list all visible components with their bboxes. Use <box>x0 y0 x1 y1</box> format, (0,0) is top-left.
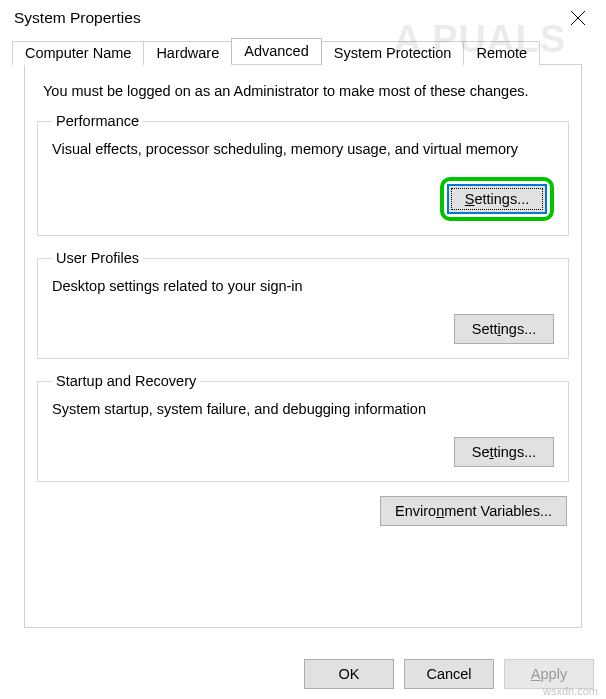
group-user-profiles: User Profiles Desktop settings related t… <box>37 250 569 359</box>
startup-recovery-desc: System startup, system failure, and debu… <box>52 401 554 417</box>
performance-settings-highlight: Settings... <box>440 177 554 221</box>
ok-button[interactable]: OK <box>304 659 394 689</box>
dialog-button-row: OK Cancel Apply <box>304 659 594 689</box>
cancel-button[interactable]: Cancel <box>404 659 494 689</box>
user-profiles-desc: Desktop settings related to your sign-in <box>52 278 554 294</box>
environment-variables-button[interactable]: Environment Variables... <box>380 496 567 526</box>
group-startup-recovery-legend: Startup and Recovery <box>52 373 200 389</box>
system-properties-window: A PUALS System Properties Computer Name … <box>0 0 606 699</box>
tabs-region: Computer Name Hardware Advanced System P… <box>0 36 606 628</box>
group-performance-legend: Performance <box>52 113 143 129</box>
tab-hardware[interactable]: Hardware <box>143 41 232 65</box>
startup-recovery-settings-button[interactable]: Settings... <box>454 437 554 467</box>
close-button[interactable] <box>558 2 598 34</box>
tab-remote[interactable]: Remote <box>463 41 540 65</box>
apply-button[interactable]: Apply <box>504 659 594 689</box>
close-icon <box>571 11 585 25</box>
window-title: System Properties <box>14 9 141 27</box>
group-performance: Performance Visual effects, processor sc… <box>37 113 569 236</box>
admin-notice: You must be logged on as an Administrato… <box>43 83 563 99</box>
performance-settings-button[interactable]: Settings... <box>447 184 547 214</box>
tab-advanced[interactable]: Advanced <box>231 38 322 64</box>
tab-content-advanced: You must be logged on as an Administrato… <box>24 64 582 628</box>
tab-computer-name[interactable]: Computer Name <box>12 41 144 65</box>
user-profiles-settings-button[interactable]: Settings... <box>454 314 554 344</box>
titlebar: System Properties <box>0 0 606 36</box>
group-startup-recovery: Startup and Recovery System startup, sys… <box>37 373 569 482</box>
performance-desc: Visual effects, processor scheduling, me… <box>52 141 554 157</box>
group-user-profiles-legend: User Profiles <box>52 250 143 266</box>
tab-strip: Computer Name Hardware Advanced System P… <box>12 38 594 64</box>
tab-system-protection[interactable]: System Protection <box>321 41 465 65</box>
